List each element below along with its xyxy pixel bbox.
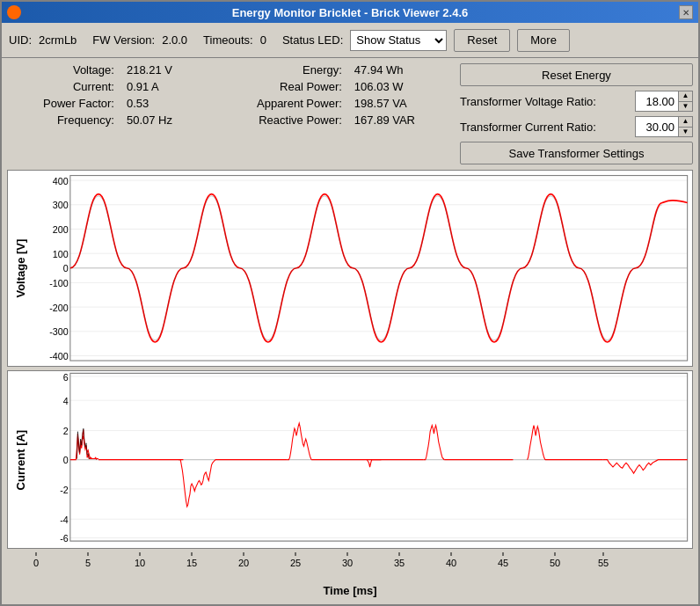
transformer-current-spinner: ▲ ▼ xyxy=(678,117,692,136)
svg-text:-300: -300 xyxy=(49,326,68,337)
svg-text:-100: -100 xyxy=(49,278,68,288)
toolbar: UID: 2crmLb FW Version: 2.0.0 Timeouts: … xyxy=(2,23,698,58)
voltage-chart-inner: 400 300 200 100 0 -100 -200 -300 -400 xyxy=(33,171,692,366)
real-power-label: Real Power: xyxy=(221,80,342,93)
save-transformer-button[interactable]: Save Transformer Settings xyxy=(460,142,693,164)
svg-text:0: 0 xyxy=(63,263,69,274)
voltage-value: 218.21 V xyxy=(127,63,208,77)
reactive-power-label: Reactive Power: xyxy=(221,113,342,127)
current-chart: Current [A] 6 4 2 xyxy=(7,370,693,549)
reset-button[interactable]: Reset xyxy=(454,29,510,52)
reset-energy-button[interactable]: Reset Energy xyxy=(460,63,693,86)
real-power-value: 106.03 W xyxy=(354,80,451,93)
transformer-current-label: Transformer Current Ratio: xyxy=(460,120,596,134)
transformer-voltage-input[interactable] xyxy=(636,91,678,111)
apparent-power-label: Apparent Power: xyxy=(221,97,342,110)
voltage-label: Voltage: xyxy=(7,63,114,77)
fw-label: FW Version: xyxy=(92,33,155,47)
svg-text:6: 6 xyxy=(63,371,69,383)
current-chart-inner: 6 4 2 0 -2 -4 -6 xyxy=(33,371,692,548)
svg-text:55: 55 xyxy=(598,558,609,568)
x-axis-svg: 0 5 10 15 20 25 30 35 40 45 50 55 xyxy=(32,552,612,577)
voltage-chart-svg: 400 300 200 100 0 -100 -200 -300 -400 xyxy=(33,171,692,366)
measurements-area: Voltage: 218.21 V Energy: 47.94 Wh Curre… xyxy=(7,63,451,164)
energy-label: Energy: xyxy=(221,63,342,77)
transformer-current-row: Transformer Current Ratio: ▲ ▼ xyxy=(460,116,693,137)
svg-text:10: 10 xyxy=(135,558,145,568)
svg-text:-6: -6 xyxy=(60,532,69,544)
title-bar: Energy Monitor Bricklet - Brick Viewer 2… xyxy=(2,2,698,23)
frequency-label: Frequency: xyxy=(7,113,114,127)
svg-text:20: 20 xyxy=(238,558,249,568)
transformer-current-up[interactable]: ▲ xyxy=(679,117,692,128)
voltage-chart: Voltage [V] 400 xyxy=(7,170,693,367)
current-chart-svg: 6 4 2 0 -2 -4 -6 xyxy=(33,371,692,548)
apparent-power-value: 198.57 VA xyxy=(354,97,451,110)
svg-text:-4: -4 xyxy=(60,514,69,525)
close-button[interactable]: ✕ xyxy=(679,5,693,19)
uid-label: UID: xyxy=(9,33,32,47)
svg-text:25: 25 xyxy=(290,558,301,568)
svg-text:-2: -2 xyxy=(60,484,69,495)
svg-text:400: 400 xyxy=(53,175,69,186)
svg-text:5: 5 xyxy=(85,558,91,568)
transformer-voltage-row: Transformer Voltage Ratio: ▲ ▼ xyxy=(460,91,693,112)
x-axis-label: Time [ms] xyxy=(7,580,693,599)
charts-area: Voltage [V] 400 xyxy=(7,170,693,599)
more-button[interactable]: More xyxy=(517,29,570,52)
svg-text:-200: -200 xyxy=(49,302,68,312)
svg-text:0: 0 xyxy=(63,455,69,466)
transformer-voltage-label: Transformer Voltage Ratio: xyxy=(460,95,596,108)
power-factor-label: Power Factor: xyxy=(7,97,114,110)
main-window: Energy Monitor Bricklet - Brick Viewer 2… xyxy=(0,0,700,606)
svg-text:15: 15 xyxy=(186,558,197,568)
transformer-current-down[interactable]: ▼ xyxy=(679,128,692,137)
info-panel: Voltage: 218.21 V Energy: 47.94 Wh Curre… xyxy=(7,63,693,164)
svg-text:45: 45 xyxy=(498,558,508,568)
transformer-voltage-down[interactable]: ▼ xyxy=(679,102,692,112)
svg-text:4: 4 xyxy=(63,395,69,406)
svg-text:-400: -400 xyxy=(49,351,68,361)
timeouts-label: Timeouts: xyxy=(203,33,253,47)
svg-text:50: 50 xyxy=(550,558,560,568)
main-content: Voltage: 218.21 V Energy: 47.94 Wh Curre… xyxy=(2,58,698,604)
svg-text:35: 35 xyxy=(394,558,405,568)
svg-text:30: 30 xyxy=(342,558,353,568)
x-axis-area: 0 5 10 15 20 25 30 35 40 45 50 55 xyxy=(32,552,693,577)
fw-value: 2.0.0 xyxy=(162,33,187,47)
status-led-select[interactable]: Show Status xyxy=(350,30,447,51)
transformer-voltage-input-group: ▲ ▼ xyxy=(635,91,693,112)
svg-text:200: 200 xyxy=(53,224,69,235)
status-led-label: Status LED: xyxy=(282,33,343,47)
frequency-value: 50.07 Hz xyxy=(127,113,208,127)
transformer-current-input[interactable] xyxy=(636,117,678,136)
transformer-voltage-up[interactable]: ▲ xyxy=(679,91,692,102)
transformer-voltage-spinner: ▲ ▼ xyxy=(678,91,692,111)
app-icon xyxy=(7,5,21,19)
timeouts-value: 0 xyxy=(260,33,266,47)
svg-text:0: 0 xyxy=(33,558,39,568)
window-title: Energy Monitor Bricklet - Brick Viewer 2… xyxy=(21,6,679,19)
transformer-current-input-group: ▲ ▼ xyxy=(635,116,693,137)
right-controls: Reset Energy Transformer Voltage Ratio: … xyxy=(460,63,693,164)
current-label: Current: xyxy=(7,80,114,93)
svg-text:40: 40 xyxy=(446,558,456,568)
power-factor-value: 0.53 xyxy=(127,97,208,110)
svg-rect-33 xyxy=(70,373,688,541)
current-y-label: Current [A] xyxy=(8,371,33,548)
voltage-y-label: Voltage [V] xyxy=(8,171,33,366)
reactive-power-value: 167.89 VAR xyxy=(354,113,451,127)
svg-text:100: 100 xyxy=(53,248,69,259)
uid-value: 2crmLb xyxy=(39,33,77,47)
energy-value: 47.94 Wh xyxy=(354,63,451,77)
svg-text:300: 300 xyxy=(53,200,69,210)
svg-text:2: 2 xyxy=(63,425,69,436)
current-value: 0.91 A xyxy=(127,80,208,93)
